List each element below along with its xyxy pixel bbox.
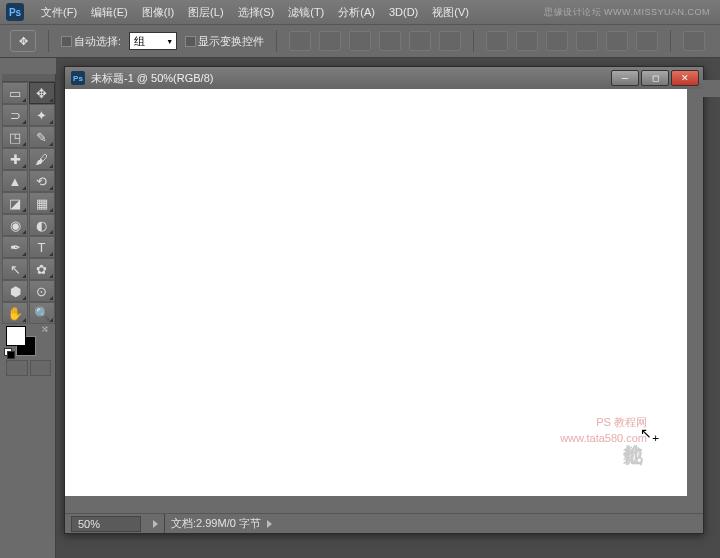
menu-layer[interactable]: 图层(L) [181, 5, 230, 20]
distribute-right-icon[interactable] [636, 31, 658, 51]
dodge-tool[interactable]: ◐ [29, 214, 55, 236]
zoom-input[interactable]: 50% [71, 516, 141, 532]
menu-select[interactable]: 选择(S) [231, 5, 282, 20]
swap-colors-icon[interactable]: ⤭ [41, 324, 49, 334]
history-brush-tool[interactable]: ⟲ [29, 170, 55, 192]
color-swatches: ⤭ [2, 324, 55, 358]
options-bar: ✥ 自动选择: 组 显示变换控件 [0, 24, 720, 58]
show-transform-checkbox[interactable]: 显示变换控件 [185, 34, 264, 49]
type-tool[interactable]: T [29, 236, 55, 258]
menu-filter[interactable]: 滤镜(T) [281, 5, 331, 20]
hand-tool[interactable]: ✋ [2, 302, 28, 324]
toolbox: ▭✥⊃✦◳✎✚🖌▲⟲◪▦◉◐✒T↖✿⬢⊙✋🔍 ⤭ [2, 74, 56, 558]
marquee-tool[interactable]: ▭ [2, 82, 28, 104]
menu-file[interactable]: 文件(F) [34, 5, 84, 20]
distribute-top-icon[interactable] [486, 31, 508, 51]
minimize-button[interactable]: ─ [611, 70, 639, 86]
canvas[interactable]: 他她我你 PS 教程网www.tata580.com ↖+ [65, 89, 687, 496]
menu-analysis[interactable]: 分析(A) [331, 5, 382, 20]
distribute-hcenter-icon[interactable] [606, 31, 628, 51]
foreground-color[interactable] [6, 326, 26, 346]
align-hcenter-icon[interactable] [409, 31, 431, 51]
lasso-tool[interactable]: ⊃ [2, 104, 28, 126]
move-tool[interactable]: ✥ [29, 82, 55, 104]
align-top-icon[interactable] [289, 31, 311, 51]
menu-3d[interactable]: 3D(D) [382, 6, 425, 18]
eraser-tool[interactable]: ◪ [2, 192, 28, 214]
document-area: Ps 未标题-1 @ 50%(RGB/8) ─ ◻ ✕ 他她我你 PS 教程网w… [56, 58, 720, 558]
header-watermark: 思缘设计论坛 WWW.MISSYUAN.COM [544, 6, 720, 19]
menu-bar: Ps 文件(F) 编辑(E) 图像(I) 图层(L) 选择(S) 滤镜(T) 分… [0, 0, 720, 24]
active-tool-icon[interactable]: ✥ [10, 30, 36, 52]
healing-tool[interactable]: ✚ [2, 148, 28, 170]
3d-tool[interactable]: ⬢ [2, 280, 28, 302]
document-title: 未标题-1 @ 50%(RGB/8) [91, 71, 213, 86]
info-menu-icon[interactable] [267, 520, 272, 528]
document-info[interactable]: 文档:2.99M/0 字节 [164, 514, 278, 533]
app-logo-icon: Ps [6, 3, 24, 21]
wand-tool[interactable]: ✦ [29, 104, 55, 126]
stamp-tool[interactable]: ▲ [2, 170, 28, 192]
auto-select-checkbox[interactable]: 自动选择: [61, 34, 121, 49]
gradient-tool[interactable]: ▦ [29, 192, 55, 214]
align-left-icon[interactable] [379, 31, 401, 51]
camera-tool[interactable]: ⊙ [29, 280, 55, 302]
align-vcenter-icon[interactable] [319, 31, 341, 51]
menu-edit[interactable]: 编辑(E) [84, 5, 135, 20]
cursor-icon: ↖+ [640, 425, 659, 444]
shape-tool[interactable]: ✿ [29, 258, 55, 280]
align-right-icon[interactable] [439, 31, 461, 51]
zoom-menu-icon[interactable] [153, 520, 158, 528]
path-tool[interactable]: ↖ [2, 258, 28, 280]
document-window: Ps 未标题-1 @ 50%(RGB/8) ─ ◻ ✕ 他她我你 PS 教程网w… [64, 66, 704, 534]
distribute-bottom-icon[interactable] [546, 31, 568, 51]
document-titlebar[interactable]: Ps 未标题-1 @ 50%(RGB/8) ─ ◻ ✕ [65, 67, 703, 89]
align-bottom-icon[interactable] [349, 31, 371, 51]
distribute-left-icon[interactable] [576, 31, 598, 51]
auto-select-dropdown[interactable]: 组 [129, 32, 177, 50]
eyedropper-tool[interactable]: ✎ [29, 126, 55, 148]
blur-tool[interactable]: ◉ [2, 214, 28, 236]
distribute-vcenter-icon[interactable] [516, 31, 538, 51]
horizontal-scrollbar[interactable] [65, 496, 703, 513]
menu-view[interactable]: 视图(V) [425, 5, 476, 20]
brush-tool[interactable]: 🖌 [29, 148, 55, 170]
vertical-scrollbar[interactable] [703, 80, 720, 97]
standard-mode-icon[interactable] [6, 360, 28, 376]
default-colors-icon[interactable] [4, 348, 14, 358]
document-icon: Ps [71, 71, 85, 85]
maximize-button[interactable]: ◻ [641, 70, 669, 86]
close-button[interactable]: ✕ [671, 70, 699, 86]
auto-align-icon[interactable] [683, 31, 705, 51]
crop-tool[interactable]: ◳ [2, 126, 28, 148]
toolbox-handle[interactable] [2, 74, 55, 82]
menu-image[interactable]: 图像(I) [135, 5, 181, 20]
canvas-watermark-2: PS 教程网www.tata580.com [560, 415, 647, 446]
zoom-tool[interactable]: 🔍 [29, 302, 55, 324]
pen-tool[interactable]: ✒ [2, 236, 28, 258]
status-bar: 50% 文档:2.99M/0 字节 [65, 513, 703, 533]
quick-mask-icon[interactable] [30, 360, 52, 376]
